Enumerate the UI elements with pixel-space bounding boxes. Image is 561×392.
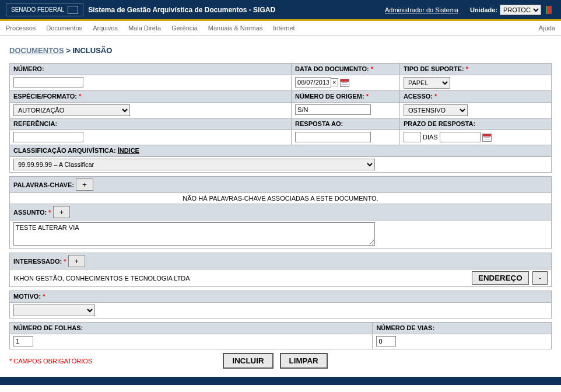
label-prazo: PRAZO DE RESPOSTA: [404,120,475,127]
breadcrumb-inclusao: INCLUSÃO [72,46,112,55]
num-origem-input[interactable] [295,104,371,115]
label-especie: ESPÉCIE/FORMATO: [13,93,77,100]
label-numero: NÚMERO: [13,65,44,72]
label-assunto: ASSUNTO: [13,209,47,216]
prazo-data-input[interactable] [440,132,481,142]
no-keywords-msg: NÃO HÁ PALAVRAS-CHAVE ASSOCIADAS A ESTE … [10,193,552,204]
classificacao-select[interactable]: 99.99.99.99 – A Classificar [13,159,375,170]
content-area: DOCUMENTOS > INCLUSÃO NÚMERO: DATA DO DO… [0,36,561,374]
brand-icon [68,6,78,14]
menu-ajuda[interactable]: Ajuda [539,24,555,32]
acesso-select[interactable]: OSTENSIVO [404,104,468,116]
brand-text: SENADO FEDERAL [11,6,64,13]
menu-mala-direta[interactable]: Mala Direta [128,24,161,32]
num-folhas-input[interactable] [13,336,33,346]
breadcrumb-sep: > [64,46,73,55]
prazo-dias-input[interactable] [404,132,421,142]
referencia-input[interactable] [13,132,83,142]
folhas-vias-table: NÚMERO DE FOLHAS: NÚMERO DE VIAS: [9,322,552,349]
required-mark: * [64,258,66,265]
data-doc-input[interactable] [295,77,331,88]
add-palavra-button[interactable]: + [76,178,93,191]
label-acesso: ACESSO: [404,93,433,100]
numero-input[interactable] [13,77,83,88]
label-tipo-suporte: TIPO DE SUPORTE: [404,65,464,72]
required-mark: * [434,93,437,100]
calendar-icon[interactable] [482,134,492,142]
motivo-table: MOTIVO: * [9,290,552,318]
label-classificacao: CLASSIFICAÇÃO ARQUIVÍSTICA: [13,147,116,154]
required-mark: * [43,293,45,300]
unidade-select[interactable]: PROTOC [500,5,541,15]
label-palavras: PALAVRAS-CHAVE: [13,181,74,188]
required-mark: * [466,65,468,72]
label-interessado: INTERESSADO: [13,258,62,265]
admin-link[interactable]: Administrador do Sistema [385,6,458,13]
brand-logo: SENADO FEDERAL [6,4,83,16]
required-mark: * [79,93,81,100]
resposta-ao-input[interactable] [295,132,371,142]
tipo-suporte-select[interactable]: PAPEL [404,77,450,89]
system-title: Sistema de Gestão Arquivística de Docume… [88,6,385,14]
breadcrumb-documentos[interactable]: DOCUMENTOS [9,46,64,55]
header-bar: SENADO FEDERAL Sistema de Gestão Arquiví… [0,0,561,21]
menu-manuais[interactable]: Manuais & Normas [208,24,263,32]
label-motivo: MOTIVO: [13,293,41,300]
clear-date-icon[interactable]: × [331,78,338,86]
endereco-button[interactable]: ENDEREÇO [472,271,529,285]
label-data-doc: DATA DO DOCUMENTO: [295,65,369,72]
form-table: NÚMERO: DATA DO DOCUMENTO: * TIPO DE SUP… [9,63,552,173]
dias-label: DIAS [423,134,438,141]
num-vias-input[interactable] [376,336,396,346]
interessado-name: IKHON GESTÃO, CONHECIMENTOS E TECNOLOGIA… [13,275,468,282]
calendar-icon[interactable] [340,79,349,87]
assunto-textarea[interactable] [13,222,375,246]
menu-processos[interactable]: Processos [6,24,36,32]
label-referencia: REFERÊNCIA: [13,120,57,127]
interessado-table: INTERESSADO: * + IKHON GESTÃO, CONHECIME… [9,253,552,287]
required-mark: * [48,209,51,216]
logout-icon[interactable] [546,6,555,14]
limpar-button[interactable]: LIMPAR [280,353,328,369]
especie-select[interactable]: AUTORIZAÇÃO [13,104,130,116]
remove-interessado-button[interactable]: - [532,271,548,285]
label-num-folhas: NÚMERO DE FOLHAS: [13,324,83,331]
required-note: * CAMPOS OBRIGATÓRIOS [9,358,92,365]
motivo-select[interactable] [13,304,95,316]
footer-bar [0,377,561,385]
menu-bar: Processos Documentos Arquivos Mala Diret… [0,21,561,36]
unidade-label: Unidade: [470,6,497,13]
indice-link[interactable]: ÍNDICE [118,147,139,154]
menu-gerencia[interactable]: Gerência [171,24,198,32]
add-assunto-button[interactable]: + [53,206,71,218]
required-mark: * [371,65,373,72]
menu-documentos[interactable]: Documentos [46,24,82,32]
breadcrumb: DOCUMENTOS > INCLUSÃO [9,41,552,63]
menu-internet[interactable]: Internet [273,24,294,32]
palavras-table: PALAVRAS-CHAVE: + NÃO HÁ PALAVRAS-CHAVE … [9,176,552,249]
incluir-button[interactable]: INCLUIR [223,353,273,369]
label-num-vias: NÚMERO DE VIAS: [376,324,434,331]
label-num-origem: NÚMERO DE ORIGEM: [295,93,364,100]
required-mark: * [366,93,369,100]
bottom-row: * CAMPOS OBRIGATÓRIOS INCLUIR LIMPAR [9,349,552,372]
add-interessado-button[interactable]: + [68,255,86,267]
label-resposta-ao: RESPOSTA AO: [295,120,343,127]
menu-arquivos[interactable]: Arquivos [93,24,118,32]
